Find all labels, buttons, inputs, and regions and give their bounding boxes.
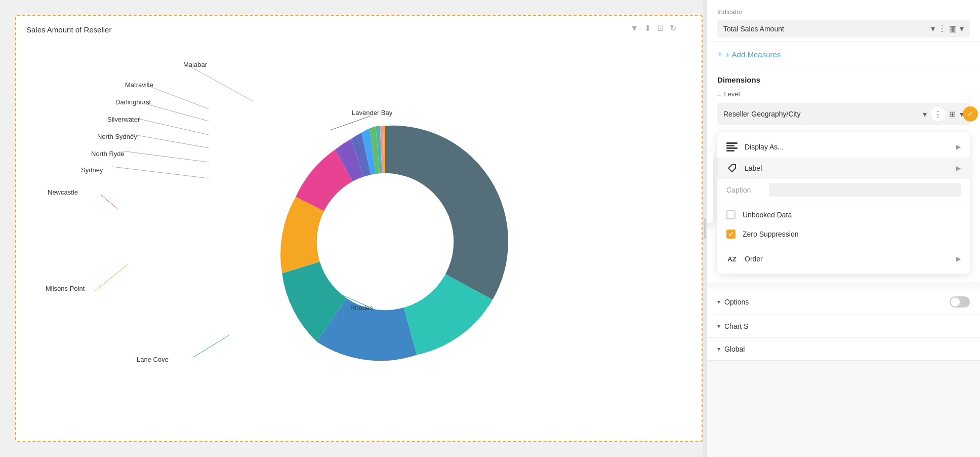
- svg-rect-13: [726, 142, 738, 144]
- label-submenu: Auto DESCRIPTION Post Code: [707, 153, 713, 223]
- svg-line-5: [129, 134, 209, 148]
- label-darlinghurst: Darlinghurst: [115, 98, 151, 106]
- caption-label: Caption: [726, 186, 762, 194]
- label-menu-item[interactable]: Label ▶ Auto DESCRIPTION: [717, 158, 970, 179]
- svg-line-3: [142, 103, 209, 121]
- label-north-sydney: North Sydney: [97, 133, 137, 140]
- chart-settings-section[interactable]: ▾ Chart S: [707, 315, 980, 338]
- measure-more-icon[interactable]: ⋮: [938, 24, 946, 33]
- orange-badge: ✓: [963, 106, 978, 122]
- indicator-section: Indicator Total Sales Amount Sales Amoun…: [707, 0, 980, 42]
- order-label: Order: [745, 255, 949, 263]
- options-section[interactable]: ▾ Options: [707, 289, 980, 315]
- svg-rect-14: [726, 145, 734, 146]
- level-header: ≡ Level: [717, 90, 970, 98]
- add-icon: +: [717, 49, 723, 60]
- measure-expand-icon[interactable]: ▾: [960, 24, 964, 33]
- dimension-select[interactable]: Reseller Geography/City Reseller Geograp…: [723, 110, 919, 118]
- add-measures-label: + Add Measures: [726, 50, 781, 59]
- options-collapse-icon: ▾: [717, 298, 720, 306]
- global-section[interactable]: ▾ Global: [707, 338, 980, 361]
- options-label: Options: [724, 298, 749, 306]
- panel-divider: [703, 0, 707, 457]
- label-newcastle: Newcastle: [48, 188, 78, 196]
- svg-line-10: [193, 335, 229, 357]
- label-silverwater: Silverwater: [107, 116, 140, 123]
- display-as-label: Display As...: [745, 143, 949, 151]
- svg-line-8: [101, 195, 117, 209]
- zero-suppression-checkbox[interactable]: ✓: [726, 230, 736, 239]
- display-as-icon: [726, 141, 738, 153]
- zero-suppression-label: Zero Suppression: [743, 230, 799, 238]
- toggle-thumb: [951, 297, 960, 307]
- label-milsons-point: Milsons Point: [46, 285, 85, 292]
- order-menu-item[interactable]: AZ Order ▶: [717, 248, 970, 270]
- measure-select[interactable]: Total Sales Amount Sales Amount Cost Amo…: [723, 25, 927, 33]
- svg-point-0: [317, 173, 454, 310]
- menu-divider-1: [717, 203, 970, 203]
- chart-toolbar: ▼ ⬇ ⊡ ↻: [630, 23, 676, 33]
- order-icon: AZ: [726, 253, 738, 264]
- svg-rect-15: [726, 147, 738, 149]
- svg-rect-16: [726, 150, 734, 151]
- label-lavender-bay: Lavender Bay: [352, 109, 392, 117]
- right-panel: Indicator Total Sales Amount Sales Amoun…: [707, 0, 980, 457]
- indicator-label: Indicator: [717, 8, 970, 16]
- menu-divider-2: [717, 246, 970, 246]
- unbooked-data-checkbox[interactable]: [726, 210, 736, 219]
- label-rhodes: Rhodes: [350, 304, 373, 312]
- label-option-description[interactable]: DESCRIPTION: [707, 178, 713, 198]
- chart-title: Sales Amount of Reseller: [26, 25, 111, 34]
- zero-suppression-row: ✓ Zero Suppression: [717, 224, 970, 244]
- refresh-icon[interactable]: ↻: [670, 23, 676, 33]
- measure-chevron-icon[interactable]: ▾: [931, 24, 935, 33]
- caption-input[interactable]: [769, 183, 961, 197]
- label-icon: [726, 163, 738, 174]
- display-as-menu-item[interactable]: Display As... ▶: [717, 136, 970, 158]
- divider-handle: [704, 218, 706, 239]
- label-option-postcode[interactable]: Post Code: [707, 198, 713, 218]
- svg-line-7: [112, 167, 209, 178]
- display-as-arrow: ▶: [956, 143, 961, 150]
- chart-panel: Sales Amount of Reseller ▼ ⬇ ⊡ ↻: [15, 15, 703, 442]
- caption-row: Caption: [717, 179, 970, 201]
- label-sydney: Sydney: [81, 166, 103, 174]
- label-matraville: Matraville: [125, 81, 153, 89]
- level-lines-icon: ≡: [717, 90, 721, 98]
- label-north-ryde: North Ryde: [91, 150, 125, 158]
- global-label: Global: [724, 345, 745, 353]
- chart-settings-collapse-icon: ▾: [717, 323, 720, 330]
- measure-row: Total Sales Amount Sales Amount Cost Amo…: [717, 20, 970, 37]
- measure-type-icon[interactable]: ▥: [949, 24, 957, 33]
- options-toggle[interactable]: [950, 296, 970, 308]
- camera-icon[interactable]: ⊡: [657, 23, 664, 33]
- svg-line-6: [123, 151, 209, 162]
- add-measures-button[interactable]: + + Add Measures: [707, 42, 980, 67]
- label-arrow: ▶: [956, 165, 961, 172]
- donut-chart: [254, 110, 517, 373]
- label-option-auto[interactable]: Auto: [707, 158, 713, 178]
- dimension-chevron-icon[interactable]: ▾: [923, 109, 927, 119]
- dimension-grid-icon[interactable]: ⊞: [949, 109, 956, 119]
- unbooked-data-row: Unbooked Data: [717, 205, 970, 224]
- dimension-more-icon[interactable]: ⋮: [931, 107, 945, 121]
- label-lane-cove: Lane Cove: [137, 356, 169, 363]
- context-dropdown-menu: Display As... ▶ Label ▶ Auto: [717, 132, 970, 274]
- label-malabar: Malabar: [183, 61, 207, 68]
- order-arrow: ▶: [956, 255, 961, 262]
- dimensions-title: Dimensions: [717, 75, 970, 84]
- measure-icons: ▾ ⋮ ▥ ▾: [931, 24, 964, 33]
- label-menu-label: Label: [745, 164, 949, 172]
- filter-icon[interactable]: ▼: [630, 24, 638, 33]
- svg-line-9: [95, 264, 128, 291]
- download-icon[interactable]: ⬇: [644, 23, 651, 33]
- svg-line-1: [191, 67, 253, 101]
- svg-line-2: [149, 86, 209, 109]
- level-label: Level: [724, 90, 740, 98]
- svg-line-4: [135, 118, 209, 135]
- chart-settings-label: Chart S: [724, 322, 748, 330]
- dimension-row: Reseller Geography/City Reseller Geograp…: [717, 103, 970, 125]
- global-collapse-icon: ▾: [717, 346, 720, 353]
- unbooked-data-label: Unbooked Data: [743, 211, 792, 219]
- zero-suppression-checkmark: ✓: [728, 231, 734, 238]
